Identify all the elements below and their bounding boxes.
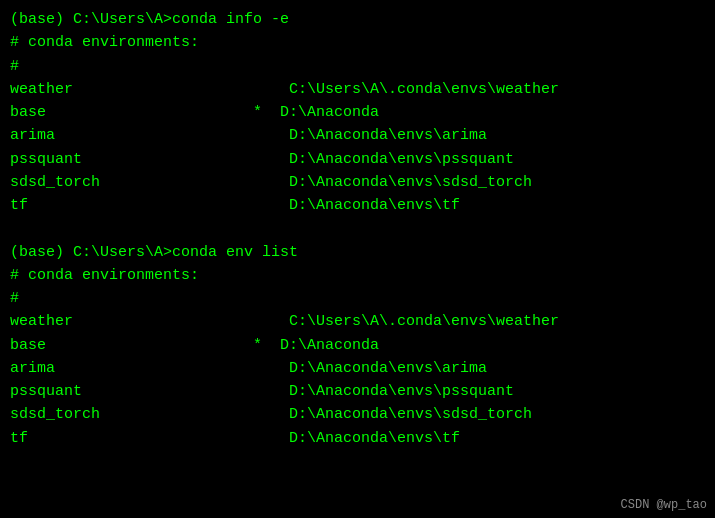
terminal-window: (base) C:\Users\A>conda info -e # conda … bbox=[0, 0, 715, 518]
env-row-base-2: base * D:\Anaconda bbox=[10, 334, 705, 357]
env-row-base-1: base * D:\Anaconda bbox=[10, 101, 705, 124]
comment-line-4: # bbox=[10, 287, 705, 310]
env-row-arima-2: arima D:\Anaconda\envs\arima bbox=[10, 357, 705, 380]
comment-line-1: # conda environments: bbox=[10, 31, 705, 54]
blank-line-1 bbox=[10, 217, 705, 240]
command-line-2: (base) C:\Users\A>conda env list bbox=[10, 241, 705, 264]
env-row-sdsd-torch-2: sdsd_torch D:\Anaconda\envs\sdsd_torch bbox=[10, 403, 705, 426]
env-row-arima-1: arima D:\Anaconda\envs\arima bbox=[10, 124, 705, 147]
watermark: CSDN @wp_tao bbox=[621, 498, 707, 512]
env-row-tf-1: tf D:\Anaconda\envs\tf bbox=[10, 194, 705, 217]
env-row-pssquant-1: pssquant D:\Anaconda\envs\pssquant bbox=[10, 148, 705, 171]
command-line-1: (base) C:\Users\A>conda info -e bbox=[10, 8, 705, 31]
env-row-pssquant-2: pssquant D:\Anaconda\envs\pssquant bbox=[10, 380, 705, 403]
env-row-weather-2: weather C:\Users\A\.conda\envs\weather bbox=[10, 310, 705, 333]
env-row-weather-1: weather C:\Users\A\.conda\envs\weather bbox=[10, 78, 705, 101]
comment-line-2: # bbox=[10, 55, 705, 78]
env-row-tf-2: tf D:\Anaconda\envs\tf bbox=[10, 427, 705, 450]
env-row-sdsd-torch-1: sdsd_torch D:\Anaconda\envs\sdsd_torch bbox=[10, 171, 705, 194]
comment-line-3: # conda environments: bbox=[10, 264, 705, 287]
